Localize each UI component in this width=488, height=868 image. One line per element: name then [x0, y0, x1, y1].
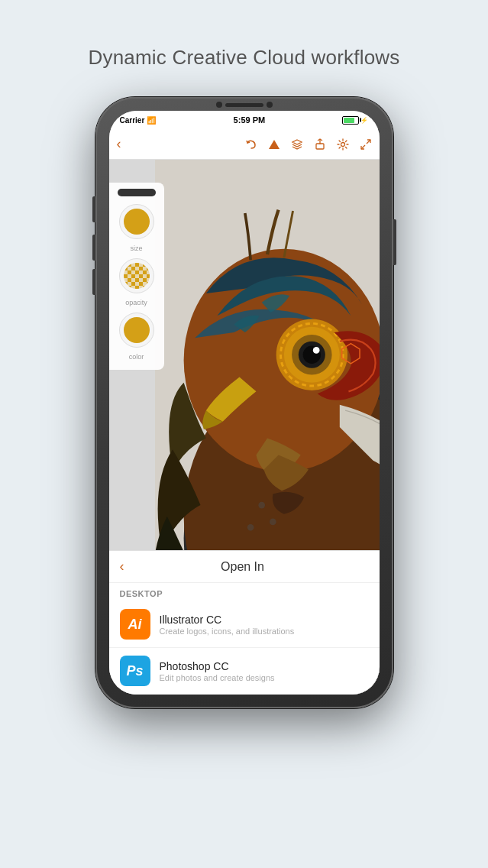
tools-panel: size opacity color — [109, 183, 164, 370]
svg-marker-1 — [292, 140, 302, 144]
svg-line-4 — [367, 140, 370, 144]
opacity-label: opacity — [125, 299, 147, 306]
phone-mockup: Carrier 📶 5:59 PM ⚡ ‹ — [95, 97, 393, 708]
charging-bolt-icon: ⚡ — [360, 117, 368, 124]
carrier-info: Carrier 📶 — [120, 116, 157, 125]
settings-icon[interactable] — [337, 138, 349, 151]
desktop-section-label: DESKTOP — [109, 583, 380, 601]
bottom-sheet: ‹ Open In DESKTOP Ai Illustrator CC Crea… — [109, 550, 380, 695]
battery-area: ⚡ — [342, 116, 368, 125]
layers-icon[interactable] — [291, 138, 303, 151]
photoshop-cc-item[interactable]: Ps Photoshop CC Edit photos and create d… — [109, 648, 380, 695]
phone-screen: Carrier 📶 5:59 PM ⚡ ‹ — [109, 111, 380, 695]
illustrator-info: Illustrator CC Create logos, icons, and … — [160, 614, 295, 636]
battery-fill — [344, 118, 354, 123]
phone-notch — [216, 102, 273, 108]
size-label: size — [130, 245, 142, 252]
illustrator-desc: Create logos, icons, and illustrations — [160, 627, 295, 636]
color-tool[interactable] — [119, 313, 154, 348]
illustrator-cc-item[interactable]: Ai Illustrator CC Create logos, icons, a… — [109, 601, 380, 648]
undo-icon[interactable] — [245, 138, 257, 151]
toolbar-back-button[interactable]: ‹ — [117, 136, 121, 152]
phone-shell: Carrier 📶 5:59 PM ⚡ ‹ — [95, 97, 393, 708]
share-icon[interactable] — [314, 138, 326, 151]
size-tool[interactable] — [119, 204, 154, 239]
shape-icon[interactable] — [268, 138, 280, 151]
bottom-sheet-title: Open In — [131, 560, 355, 574]
speaker-bar — [225, 103, 263, 107]
svg-point-3 — [341, 142, 344, 146]
bottom-sheet-header: ‹ Open In — [109, 551, 380, 583]
status-bar: Carrier 📶 5:59 PM ⚡ — [109, 111, 380, 129]
page-title: Dynamic Creative Cloud workflows — [88, 46, 399, 70]
illustrator-icon: Ai — [120, 609, 150, 640]
time-display: 5:59 PM — [234, 115, 266, 125]
opacity-tool[interactable] — [119, 258, 154, 293]
svg-point-18 — [269, 519, 276, 526]
color-label: color — [129, 353, 144, 361]
camera-dot-right — [267, 102, 273, 108]
svg-line-5 — [361, 145, 365, 149]
carrier-label: Carrier — [120, 116, 145, 125]
photoshop-info: Photoshop CC Edit photos and create desi… — [160, 660, 275, 682]
bottom-sheet-back-button[interactable]: ‹ — [120, 559, 124, 575]
svg-point-19 — [247, 524, 254, 531]
svg-point-17 — [258, 502, 265, 509]
photoshop-icon: Ps — [120, 656, 150, 686]
expand-icon[interactable] — [360, 138, 372, 151]
wifi-icon: 📶 — [147, 116, 156, 125]
camera-dot — [216, 102, 222, 108]
svg-marker-0 — [269, 140, 280, 149]
toolbar-icons — [245, 138, 372, 151]
svg-point-15 — [312, 347, 319, 354]
illustrator-name: Illustrator CC — [160, 614, 295, 626]
photoshop-desc: Edit photos and create designs — [160, 673, 275, 682]
battery-icon — [342, 116, 359, 125]
brush-size-bar — [118, 189, 156, 196]
app-toolbar: ‹ — [109, 129, 380, 160]
photoshop-name: Photoshop CC — [160, 660, 275, 672]
svg-rect-2 — [316, 144, 324, 149]
